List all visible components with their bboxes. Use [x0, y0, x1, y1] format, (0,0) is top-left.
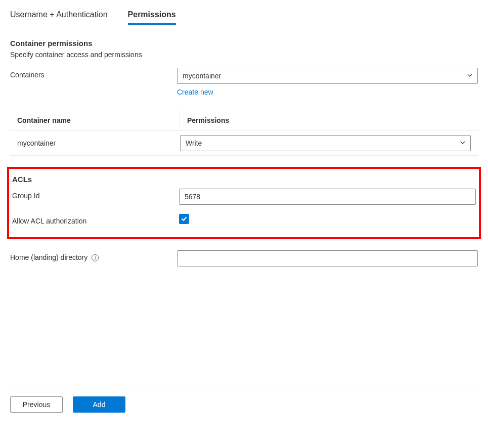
header-permissions: Permissions [180, 110, 478, 130]
home-directory-label: Home (landing) directory i [10, 250, 177, 261]
permission-selected-value: Write [186, 139, 202, 147]
header-container-name: Container name [10, 110, 180, 130]
table-header: Container name Permissions [10, 110, 478, 131]
containers-dropdown[interactable]: mycontainer [177, 68, 478, 84]
create-new-link[interactable]: Create new [177, 88, 213, 96]
previous-button[interactable]: Previous [10, 396, 63, 413]
group-id-input[interactable] [179, 189, 476, 205]
add-button[interactable]: Add [73, 396, 125, 413]
cell-container-name: mycontainer [10, 139, 180, 147]
group-id-label: Group Id [12, 189, 179, 200]
acls-highlight-box: ACLs Group Id Allow ACL authorization [7, 167, 481, 239]
permission-dropdown[interactable]: Write [180, 135, 471, 151]
tab-username-auth[interactable]: Username + Authentication [10, 10, 108, 25]
containers-label: Containers [10, 68, 177, 79]
containers-table: Container name Permissions mycontainer W… [10, 110, 478, 156]
tab-bar: Username + Authentication Permissions [10, 10, 478, 25]
tab-permissions[interactable]: Permissions [128, 10, 176, 25]
info-icon[interactable]: i [92, 254, 99, 261]
home-directory-input[interactable] [177, 250, 478, 266]
acls-title: ACLs [9, 175, 479, 184]
footer-buttons: Previous Add [10, 396, 478, 413]
table-row: mycontainer Write [10, 131, 478, 155]
footer-divider [10, 386, 478, 386]
container-permissions-desc: Specify container access and permissions [10, 51, 478, 59]
container-permissions-title: Container permissions [10, 39, 478, 48]
allow-acl-label: Allow ACL authorization [12, 214, 179, 225]
containers-selected-value: mycontainer [183, 72, 221, 80]
allow-acl-checkbox[interactable] [179, 214, 189, 224]
